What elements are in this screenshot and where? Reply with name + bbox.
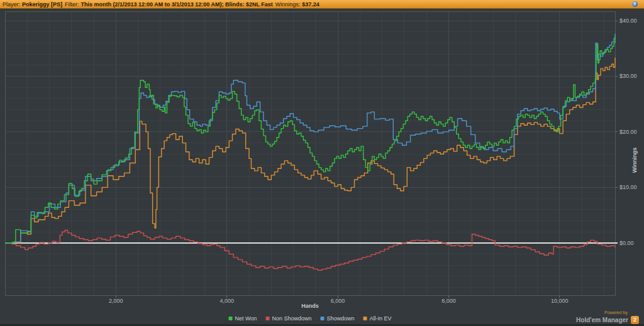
legend-label: Non Showdown	[272, 315, 311, 322]
legend-swatch-icon	[320, 317, 324, 320]
legend-label: All-In EV	[369, 315, 391, 322]
legend-label: Showdown	[326, 315, 354, 322]
series-line-net-won	[5, 36, 615, 243]
y-axis-title: Winnings	[631, 135, 638, 185]
legend-item-all-in-ev: All-In EV	[363, 315, 391, 322]
hm2-logo-icon: 2	[631, 316, 639, 324]
x-axis-title: Hands	[279, 303, 341, 309]
legend-swatch-icon	[363, 317, 367, 320]
legend-swatch-icon	[265, 317, 269, 320]
holdem-manager-graph-window: Player: Pokeriggy [PS] Filter: This mont…	[0, 0, 644, 326]
brand-name: Hold'em Manager	[576, 318, 628, 323]
powered-by-label: Powered by	[576, 310, 628, 315]
legend-item-non-showdown: Non Showdown	[265, 315, 311, 322]
legend-item-showdown: Showdown	[320, 315, 354, 322]
winnings-line-chart	[0, 0, 644, 326]
legend: Net WonNon ShowdownShowdownAll-In EV	[229, 315, 392, 322]
legend-label: Net Won	[235, 315, 257, 322]
legend-item-net-won: Net Won	[229, 315, 257, 322]
powered-by-block: Powered by Hold'em Manager 2	[576, 310, 639, 324]
legend-swatch-icon	[229, 317, 233, 320]
series-line-non-showdown	[5, 231, 615, 271]
